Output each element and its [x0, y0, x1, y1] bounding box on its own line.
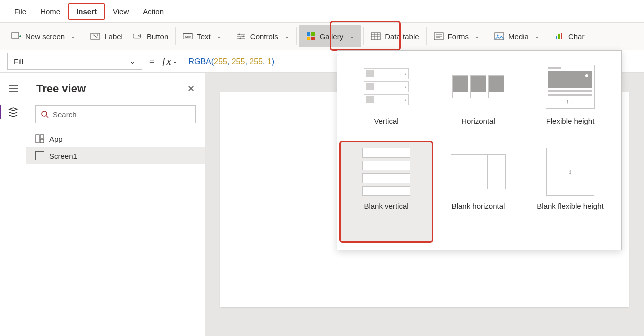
- controls-icon: [236, 31, 246, 41]
- media-label: Media: [508, 32, 529, 41]
- chevron-down-icon: ⌄: [349, 33, 354, 40]
- gallery-blank-horizontal[interactable]: Blank horizontal: [432, 142, 524, 242]
- separator: [175, 27, 176, 45]
- gallery-vertical[interactable]: › › › Vertical: [340, 57, 432, 142]
- separator: [363, 27, 364, 45]
- separator: [296, 27, 297, 45]
- svg-rect-16: [556, 36, 557, 39]
- gallery-button[interactable]: Gallery ⌄: [299, 25, 362, 47]
- media-icon: [494, 31, 504, 41]
- menu-home[interactable]: Home: [33, 4, 67, 19]
- controls-label: Controls: [250, 32, 278, 41]
- property-select[interactable]: Fill ⌄: [7, 53, 142, 70]
- gallery-blank-vertical[interactable]: Blank vertical: [340, 142, 432, 242]
- screen-icon: [35, 151, 44, 160]
- gallery-icon: [306, 31, 316, 41]
- text-icon: Abc: [183, 31, 193, 41]
- thumb-blank-flexible: ↕: [543, 147, 598, 197]
- tree-search[interactable]: Search: [35, 105, 196, 123]
- tree-item-label: Screen1: [49, 152, 77, 160]
- thumb-blank-horizontal: [451, 147, 506, 197]
- media-button[interactable]: Media ⌄: [489, 23, 545, 50]
- thumb-flexible: ↑↓: [543, 62, 598, 112]
- separator: [487, 27, 487, 45]
- search-placeholder: Search: [53, 110, 77, 119]
- tree-item-app[interactable]: App: [26, 130, 205, 147]
- fn-name: RGBA: [188, 57, 211, 66]
- data-table-label: Data table: [385, 32, 419, 41]
- gallery-menu: › › › Vertical Horizontal ↑↓ Flexible he…: [337, 50, 622, 250]
- label-icon: [90, 31, 100, 41]
- separator: [547, 27, 547, 45]
- chevron-down-icon: ⌄: [217, 33, 222, 40]
- gallery-item-label: Blank horizontal: [452, 202, 505, 210]
- svg-rect-0: [12, 33, 19, 38]
- ribbon: New screen ⌄ Label Button Abc Text ⌄ Con…: [0, 22, 644, 50]
- svg-rect-17: [558, 34, 560, 39]
- gallery-item-label: Horizontal: [461, 117, 495, 125]
- gallery-blank-flexible[interactable]: ↕ Blank flexible height: [524, 142, 616, 242]
- svg-rect-12: [371, 33, 380, 40]
- hamburger-icon[interactable]: [7, 82, 19, 94]
- tree-item-label: App: [49, 135, 63, 143]
- gallery-item-label: Blank vertical: [364, 202, 408, 210]
- gallery-label: Gallery: [320, 32, 344, 41]
- gallery-item-label: Vertical: [374, 117, 398, 125]
- chevron-down-icon: ⌄: [284, 33, 289, 40]
- tree-title: Tree view: [36, 82, 86, 95]
- gallery-item-label: Flexible height: [546, 117, 595, 125]
- tree-view-icon[interactable]: [7, 106, 19, 118]
- close-icon[interactable]: ✕: [187, 83, 195, 94]
- menu-action[interactable]: Action: [136, 4, 171, 19]
- gallery-horizontal[interactable]: Horizontal: [432, 57, 524, 142]
- svg-rect-11: [311, 37, 315, 40]
- fx-button[interactable]: ƒx⌄: [162, 56, 178, 67]
- separator: [229, 27, 229, 45]
- new-screen-button[interactable]: New screen ⌄: [6, 23, 81, 50]
- label-button[interactable]: Label: [85, 23, 128, 50]
- svg-rect-21: [40, 135, 44, 138]
- svg-point-19: [42, 111, 47, 116]
- menu-view[interactable]: View: [106, 4, 136, 19]
- svg-rect-20: [36, 135, 39, 143]
- button-label: Button: [147, 32, 168, 41]
- data-table-button[interactable]: Data table: [366, 23, 424, 50]
- svg-point-6: [242, 35, 244, 37]
- svg-rect-9: [311, 32, 315, 36]
- controls-button[interactable]: Controls ⌄: [231, 23, 294, 50]
- separator: [83, 27, 83, 45]
- tree-item-screen1[interactable]: Screen1: [26, 147, 205, 164]
- new-screen-icon: [11, 31, 21, 41]
- svg-point-7: [239, 37, 241, 39]
- chevron-down-icon: ⌄: [129, 57, 136, 66]
- button-button[interactable]: Button: [128, 23, 173, 50]
- svg-point-5: [238, 33, 240, 35]
- gallery-item-label: Blank flexible height: [537, 202, 603, 210]
- button-icon: [133, 31, 143, 41]
- text-button[interactable]: Abc Text ⌄: [178, 23, 227, 50]
- gallery-flexible-height[interactable]: ↑↓ Flexible height: [524, 57, 616, 142]
- svg-rect-18: [561, 33, 562, 39]
- menu-bar: File Home Insert View Action: [0, 0, 644, 22]
- svg-rect-2: [133, 34, 141, 38]
- svg-rect-22: [40, 139, 44, 143]
- thumb-vertical: › › ›: [359, 62, 414, 112]
- equals-sign: =: [149, 56, 155, 67]
- charts-button[interactable]: Char: [549, 23, 590, 50]
- label-label: Label: [104, 32, 123, 41]
- new-screen-label: New screen: [25, 32, 65, 41]
- svg-rect-10: [307, 37, 310, 40]
- menu-insert[interactable]: Insert: [68, 3, 105, 20]
- forms-button[interactable]: Forms ⌄: [429, 23, 485, 50]
- thumb-blank-vertical: [359, 147, 414, 197]
- property-value: Fill: [14, 57, 23, 66]
- charts-icon: [554, 31, 564, 41]
- forms-icon: [434, 31, 444, 41]
- menu-file[interactable]: File: [7, 4, 33, 19]
- tree-panel: Tree view ✕ Search App Screen1: [26, 73, 205, 336]
- chevron-down-icon: ⌄: [71, 33, 76, 40]
- svg-text:Abc: Abc: [185, 35, 191, 39]
- app-icon: [35, 134, 44, 143]
- formula-input[interactable]: RGBA(255, 255, 255, 1): [188, 57, 274, 66]
- separator: [426, 27, 427, 45]
